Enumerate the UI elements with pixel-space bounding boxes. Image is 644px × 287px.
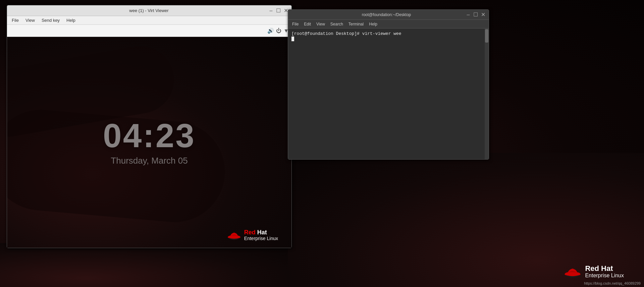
terminal-title: root@foundation:~/Desktop bbox=[308, 12, 465, 17]
lockscreen-hat-icon bbox=[227, 230, 241, 240]
desktop-bottom-right: Red Hat Enterprise Linux https://blog.cs… bbox=[288, 153, 644, 287]
minimize-button[interactable]: – bbox=[268, 8, 274, 14]
lockscreen-rhel-text: Red Hat Enterprise Linux bbox=[244, 229, 278, 241]
terminal-titlebar: root@foundation:~/Desktop – ☐ ✕ bbox=[288, 10, 489, 20]
terminal-prompt-line: [root@foundation Desktop]# virt-viewer w… bbox=[291, 31, 485, 36]
terminal-cursor bbox=[291, 37, 294, 41]
virt-viewer-controls: – ☐ ✕ bbox=[268, 8, 289, 14]
terminal-menu-view[interactable]: View bbox=[314, 21, 327, 27]
terminal-scrollbar[interactable] bbox=[485, 28, 489, 159]
virt-viewer-titlebar: wee (1) - Virt Viewer – ☐ ✕ bbox=[7, 5, 291, 16]
virt-viewer-content: 04:23 Thursday, March 05 Red Hat Enterpr… bbox=[7, 37, 291, 248]
terminal-cursor-line bbox=[291, 36, 485, 41]
lockscreen-rhel-logo: Red Hat Enterprise Linux bbox=[227, 229, 278, 241]
terminal-menu-file[interactable]: File bbox=[290, 21, 301, 27]
lockscreen-rhel-subtitle: Enterprise Linux bbox=[244, 236, 278, 241]
terminal-controls: – ☐ ✕ bbox=[465, 12, 486, 18]
virt-viewer-menu-help[interactable]: Help bbox=[64, 17, 78, 23]
power-icon[interactable]: ⏻ bbox=[276, 28, 281, 34]
terminal-close-button[interactable]: ✕ bbox=[480, 12, 486, 18]
redhat-hat-icon bbox=[564, 265, 581, 278]
desktop-rhel-text: Red Hat Enterprise Linux bbox=[585, 265, 624, 279]
url-watermark: https://blog.csdn.net/qq_46089299 bbox=[584, 281, 641, 285]
virt-viewer-menu-file[interactable]: File bbox=[9, 17, 21, 23]
desktop-rhel-name: Red Hat bbox=[585, 265, 624, 273]
terminal-menu-terminal[interactable]: Terminal bbox=[346, 21, 366, 27]
lock-screen: 04:23 Thursday, March 05 Red Hat Enterpr… bbox=[7, 37, 291, 248]
lockscreen-rhel-name: Red Hat bbox=[244, 229, 278, 236]
terminal-maximize-button[interactable]: ☐ bbox=[473, 12, 479, 18]
desktop-rhel-logo: Red Hat Enterprise Linux bbox=[564, 265, 624, 279]
volume-icon[interactable]: 🔊 bbox=[267, 27, 274, 34]
terminal-menu-help[interactable]: Help bbox=[367, 21, 379, 27]
terminal-scrollbar-thumb[interactable] bbox=[485, 29, 488, 43]
virt-viewer-menubar: File View Send key Help bbox=[7, 16, 291, 25]
virt-viewer-title: wee (1) - Virt Viewer bbox=[30, 8, 268, 13]
terminal-menu-edit[interactable]: Edit bbox=[302, 21, 313, 27]
terminal-window: root@foundation:~/Desktop – ☐ ✕ File Edi… bbox=[288, 9, 489, 160]
desktop-rhel-subtitle: Enterprise Linux bbox=[585, 273, 624, 279]
virt-viewer-window: wee (1) - Virt Viewer – ☐ ✕ File View Se… bbox=[7, 5, 292, 248]
virt-viewer-menu-view[interactable]: View bbox=[23, 17, 38, 23]
virt-viewer-menu-sendkey[interactable]: Send key bbox=[39, 17, 62, 23]
terminal-menu-search[interactable]: Search bbox=[328, 21, 345, 27]
terminal-menubar: File Edit View Search Terminal Help bbox=[288, 20, 489, 28]
terminal-minimize-button[interactable]: – bbox=[465, 12, 471, 18]
swoosh-decoration-2 bbox=[7, 106, 229, 226]
maximize-button[interactable]: ☐ bbox=[275, 8, 281, 14]
desktop-bottom-left bbox=[0, 243, 288, 287]
virt-viewer-toolbar: 🔊 ⏻ ▼ bbox=[7, 25, 291, 37]
terminal-content[interactable]: [root@foundation Desktop]# virt-viewer w… bbox=[288, 28, 489, 159]
